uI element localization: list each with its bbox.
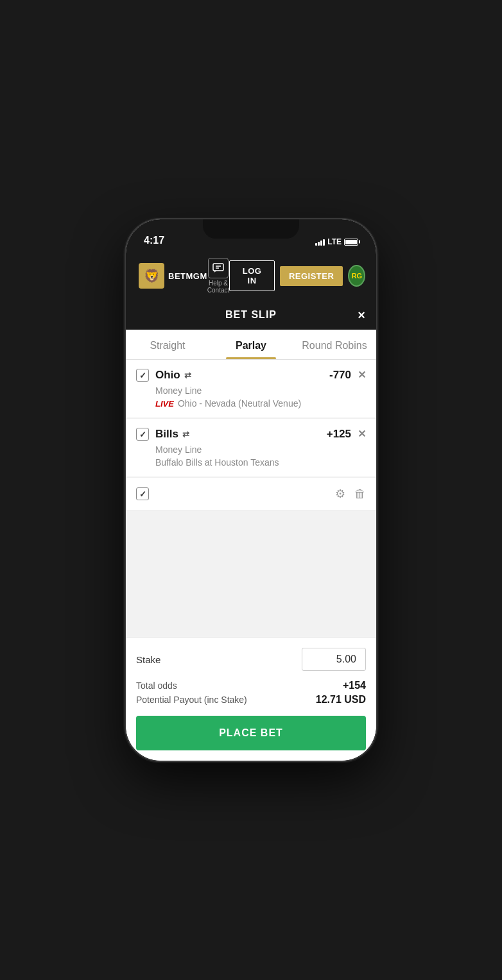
- ohio-line-type: Money Line: [155, 385, 366, 396]
- help-chat-icon: [208, 258, 229, 278]
- bet-item-bills-left: ✓ Bills ⇄: [136, 428, 189, 441]
- bet-slip-title: BET SLIP: [225, 309, 277, 321]
- header-right: LOG IN REGISTER RG: [229, 260, 365, 291]
- ohio-game-name: Ohio - Nevada (Neutral Venue): [178, 398, 301, 409]
- ohio-checkmark: ✓: [139, 371, 146, 380]
- settings-icon[interactable]: ⚙: [335, 487, 345, 501]
- betmgm-logo-icon: 🦁: [139, 263, 164, 289]
- total-odds-row: Total odds +154: [136, 680, 366, 691]
- app-header: 🦁 BETMGM Help & Contact: [126, 251, 376, 300]
- bills-game-name: Buffalo Bills at Houston Texans: [155, 457, 279, 468]
- status-icons: LTE: [315, 237, 358, 246]
- bottom-section: Stake Total odds +154 Potential Payout (…: [126, 637, 376, 761]
- stake-input[interactable]: [302, 648, 366, 671]
- bet-type-tabs: Straight Parlay Round Robins: [126, 330, 376, 360]
- bills-game-info: Buffalo Bills at Houston Texans: [155, 457, 366, 468]
- stake-row: Stake: [136, 648, 366, 671]
- parlay-options-checkbox[interactable]: ✓: [136, 487, 149, 500]
- network-label: LTE: [327, 237, 342, 246]
- total-odds-label: Total odds: [136, 680, 177, 691]
- bet-slip-close-button[interactable]: ×: [358, 308, 366, 321]
- parlay-options-row: ✓ ⚙ 🗑: [126, 478, 376, 510]
- login-button[interactable]: LOG IN: [229, 260, 275, 291]
- payout-label: Potential Payout (inc Stake): [136, 695, 247, 705]
- bills-line-type: Money Line: [155, 444, 366, 455]
- battery-fill: [345, 240, 357, 244]
- bet-slip-header: BET SLIP ×: [126, 300, 376, 330]
- phone-inner: 4:17 LTE 🦁: [126, 219, 376, 761]
- bills-checkmark: ✓: [139, 430, 146, 439]
- total-odds-value: +154: [343, 680, 366, 691]
- signal-bar-2: [318, 242, 320, 246]
- bills-odds: +125 ✕: [327, 428, 366, 441]
- tab-parlay-label: Parlay: [236, 340, 266, 351]
- signal-bars-icon: [315, 238, 325, 246]
- ohio-odds-value: -770: [329, 369, 351, 382]
- tab-round-robins[interactable]: Round Robins: [293, 330, 376, 359]
- bet-item-bills: ✓ Bills ⇄ +125 ✕ Money Line: [126, 419, 376, 477]
- bet-item-ohio: ✓ Ohio ⇄ -770 ✕ Money Line: [126, 360, 376, 418]
- help-contact-button[interactable]: Help & Contact: [207, 258, 229, 294]
- tab-parlay[interactable]: Parlay: [209, 330, 293, 359]
- bet-item-ohio-left: ✓ Ohio ⇄: [136, 369, 191, 382]
- bills-remove-button[interactable]: ✕: [358, 429, 366, 439]
- parlay-action-icons: ⚙ 🗑: [335, 487, 366, 501]
- tab-straight-label: Straight: [150, 340, 185, 351]
- delete-icon[interactable]: 🗑: [354, 487, 366, 501]
- signal-bar-3: [320, 241, 322, 246]
- battery-icon: [344, 239, 358, 246]
- betmgm-logo-text: BETMGM: [168, 271, 207, 281]
- payout-row: Potential Payout (inc Stake) 12.71 USD: [136, 694, 366, 705]
- stake-label: Stake: [136, 654, 160, 665]
- bills-team-name: Bills ⇄: [155, 428, 189, 441]
- help-contact-label: Help & Contact: [207, 280, 229, 294]
- payout-value: 12.71 USD: [316, 694, 366, 705]
- tab-round-robins-label: Round Robins: [302, 340, 367, 351]
- ohio-checkbox[interactable]: ✓: [136, 369, 149, 382]
- signal-bar-1: [315, 243, 317, 246]
- ohio-team-name: Ohio ⇄: [155, 369, 191, 382]
- bet-item-ohio-header: ✓ Ohio ⇄ -770 ✕: [136, 369, 366, 382]
- notch: [203, 219, 299, 239]
- logo-area: 🦁 BETMGM: [139, 263, 207, 289]
- phone-frame: 4:17 LTE 🦁: [126, 219, 376, 761]
- bills-odds-value: +125: [327, 428, 351, 441]
- register-button[interactable]: REGISTER: [280, 266, 343, 286]
- status-time: 4:17: [144, 235, 164, 246]
- bet-slip-panel: BET SLIP × Straight Parlay Round Robins: [126, 300, 376, 761]
- parlay-options-checkmark: ✓: [139, 489, 146, 499]
- bet-item-bills-header: ✓ Bills ⇄ +125 ✕: [136, 428, 366, 441]
- svg-rect-0: [213, 264, 223, 271]
- bills-swap-icon[interactable]: ⇄: [182, 430, 189, 439]
- ohio-swap-icon[interactable]: ⇄: [184, 371, 191, 380]
- ohio-live-badge: LIVE: [155, 399, 174, 409]
- ohio-remove-button[interactable]: ✕: [358, 370, 366, 380]
- signal-bar-4: [323, 239, 325, 246]
- responsible-gaming-badge: RG: [348, 265, 365, 287]
- ohio-game-info: LIVE Ohio - Nevada (Neutral Venue): [155, 398, 366, 409]
- place-bet-button[interactable]: PLACE BET: [136, 716, 366, 750]
- ohio-odds: -770 ✕: [329, 369, 366, 382]
- bills-checkbox[interactable]: ✓: [136, 428, 149, 441]
- tab-straight[interactable]: Straight: [126, 330, 209, 359]
- empty-area: [126, 511, 376, 637]
